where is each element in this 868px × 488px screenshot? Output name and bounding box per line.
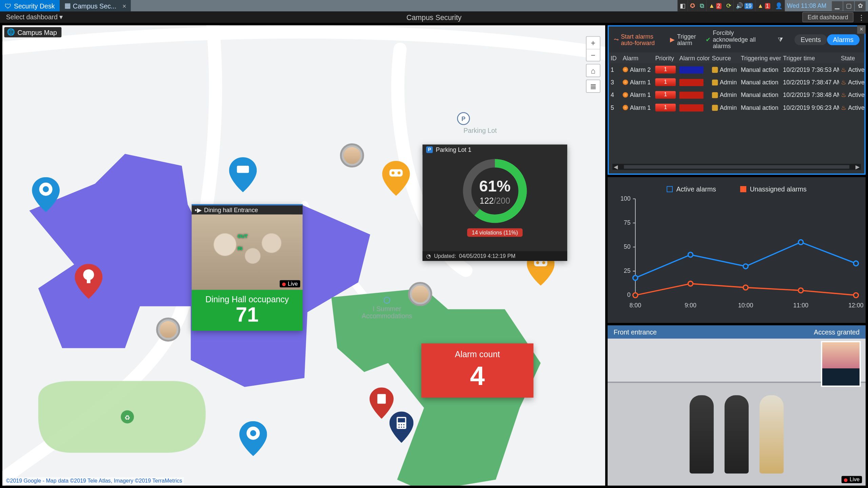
map-pin-camera-1[interactable] [32,177,60,212]
svg-text:0: 0 [627,291,631,298]
map-layers-button[interactable]: ≣ [587,80,600,92]
alarms-scrollbar[interactable]: ◀ ▶ [612,164,861,170]
dashboard-icon: ▦ [64,2,71,9]
window-maximize-button[interactable]: ▢ [843,1,854,11]
map-avatar-2[interactable] [156,318,180,342]
filter-icon[interactable]: ⧩ [778,36,783,43]
tray-marker-icon[interactable]: ◧ [677,0,688,12]
tray-clock-icon[interactable]: ⟳ [724,0,733,12]
map-pin-alarm[interactable] [75,264,102,299]
svg-text:9:00: 9:00 [685,302,696,309]
map-pin-lpr-1[interactable] [382,161,410,196]
scroll-left-icon[interactable]: ◀ [612,164,619,170]
play-icon: ▶ [670,36,675,43]
parking-updated-value: 04/05/2019 4:12:19 PM [459,253,515,259]
map-controls: + − ⌂ ≣ [586,36,600,93]
tab-events[interactable]: Events [794,34,827,45]
table-row[interactable]: 3Alarm 11AdminManual action10/2/2019 7:3… [609,76,865,88]
legend-unassigned-alarms[interactable]: Unassigned alarms [740,186,807,193]
tray-link-icon[interactable]: ✪ [688,0,697,12]
panel-close-button[interactable]: × [857,25,866,34]
svg-point-50 [743,264,748,269]
svg-point-26 [403,424,405,426]
legend-swatch-blue [667,186,673,192]
col-alarm[interactable]: Alarm [621,55,653,61]
tray-clock[interactable]: Wed 11:08 AM [785,0,829,12]
svg-point-12 [250,430,256,436]
tray-alert-a[interactable]: ▲2 [706,0,724,12]
map-zoom-out-button[interactable]: − [587,49,600,61]
dining-camera-feed[interactable]: OUT IN Live [192,215,302,290]
map-avatar-3[interactable] [408,282,432,306]
svg-rect-10 [237,166,249,173]
camera-icon: ▪▶ [195,207,202,214]
map-pin-intercom[interactable] [389,411,413,443]
map-home-button[interactable]: ⌂ [587,64,600,77]
svg-point-51 [798,240,803,245]
table-row[interactable]: 4Alarm 11AdminManual action10/2/2019 7:3… [609,88,865,101]
svg-point-9 [43,186,49,192]
right-column: × ⤳Start alarms auto-forward ▶Trigger al… [608,25,866,486]
tab-security-desk[interactable]: 🛡 Security Desk [0,0,60,12]
dining-hall-widget[interactable]: ▪▶ Dining hall Entrance OUT IN Live Dini… [192,204,302,331]
map-pin-camera-2[interactable] [229,157,257,192]
col-priority[interactable]: Priority [653,55,677,61]
alarms-tab-switch: Events Alarms [794,34,860,45]
dining-occupancy-card: Dining Hall occupancy 71 [192,290,302,331]
label: Forcibly acknowledge all alarms [713,29,764,49]
map-avatar-1[interactable] [340,143,364,167]
dining-occupancy-value: 71 [194,304,300,325]
svg-text:Accommodations: Accommodations [362,312,412,320]
map-pin-camera-3[interactable] [239,421,267,456]
scroll-track[interactable] [624,165,849,169]
legend-active-alarms[interactable]: Active alarms [667,186,716,193]
tray-download-icon[interactable]: ⧉ [697,0,706,12]
tab-campus-security[interactable]: ▦ Campus Sec... × [60,0,131,12]
camera-face-inset[interactable] [821,341,861,387]
col-trigger-time[interactable]: Trigger time [781,55,839,61]
window-minimize-button[interactable]: ▁ [832,1,843,11]
alarms-chart-panel: Active alarms Unassigned alarms 02550751… [608,177,866,323]
tray-alert-b[interactable]: ▲1 [755,0,772,12]
tray-volume-icon[interactable]: 🔊19 [733,0,755,12]
campus-map-panel[interactable]: 🌐 Campus Map + − ⌂ ≣ [2,25,605,486]
dining-in-label: IN [237,246,242,251]
tray-user-icon[interactable]: 👤 [772,0,785,12]
person-silhouette [690,395,714,473]
alarm-count-value: 4 [424,363,531,389]
scroll-right-icon[interactable]: ▶ [854,164,861,170]
svg-text:11:00: 11:00 [793,302,809,309]
col-state[interactable]: State [839,55,867,61]
map-zoom-in-button[interactable]: + [587,37,600,49]
svg-text:75: 75 [624,219,631,226]
svg-point-52 [853,261,858,266]
tab-alarms[interactable]: Alarms [827,34,860,45]
toolbar-more-button[interactable]: ⋮ [857,13,866,21]
col-triggering-event[interactable]: Triggering event [739,55,781,61]
col-id[interactable]: ID [609,55,621,61]
map-title-chip: 🌐 Campus Map [4,27,62,37]
svg-text:P: P [461,116,466,122]
legend-label: Active alarms [676,186,716,193]
tab-label: Campus Sec... [73,2,116,9]
dashboard-title: Campus Security [407,13,461,21]
select-dashboard-dropdown[interactable]: Select dashboard ▾ [0,13,69,21]
map-title-label: Campus Map [18,28,57,36]
close-icon[interactable]: × [122,2,126,9]
col-alarm-color[interactable]: Alarm color [677,55,710,61]
window-gear-button[interactable]: ✿ [855,1,866,11]
col-source[interactable]: Source [710,55,739,61]
trigger-alarm-button[interactable]: ▶Trigger alarm [670,33,697,46]
table-row[interactable]: 5Alarm 11AdminManual action10/2/2019 9:0… [609,101,865,114]
parking-violations-badge: 14 violations (11%) [467,228,523,237]
alarm-count-widget[interactable]: Alarm count 4 [421,343,534,398]
force-ack-button[interactable]: ✔Forcibly acknowledge all alarms [706,29,765,49]
front-entrance-panel[interactable]: Front entrance Access granted Live [608,325,866,486]
parking-capacity: /200 [494,196,510,205]
parking-updated-row: ◔ Updated: 04/05/2019 4:12:19 PM [422,251,567,261]
table-row[interactable]: 1Alarm 21AdminManual action10/2/2019 7:3… [609,63,865,76]
parking-widget[interactable]: P Parking Lot 1 61% 122/200 14 viol [422,145,567,261]
start-auto-forward-button[interactable]: ⤳Start alarms auto-forward [614,33,662,46]
edit-dashboard-button[interactable]: Edit dashboard [802,12,854,22]
svg-text:10:00: 10:00 [738,302,753,309]
